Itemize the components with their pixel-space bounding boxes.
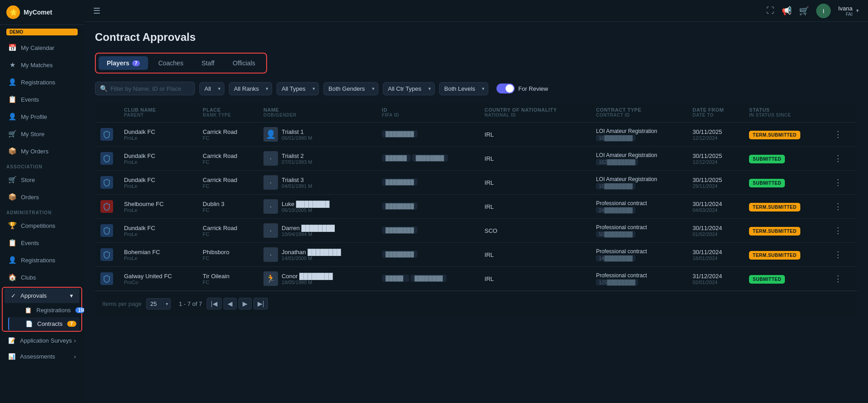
menu-icon[interactable]: ☰ [93,6,100,16]
sidebar-item-competitions[interactable]: 🏆 Competitions [2,217,82,234]
tab-players[interactable]: Players 7 [99,56,148,70]
row-more-button[interactable]: ⋮ [832,152,844,165]
place-type-text: FC [203,256,253,261]
level-select[interactable]: Both Levels [439,82,488,95]
sidebar-sub-registrations[interactable]: 📋 Registrations 1568 [8,304,79,317]
for-review-switch[interactable] [496,84,515,93]
per-page-select[interactable]: 25 50 100 [146,298,171,310]
tab-officials[interactable]: Officials [224,56,263,70]
approvals-chevron: ▾ [70,292,73,299]
sidebar-item-my-store[interactable]: 🛒 My Store [2,126,82,142]
id-cell: ████████ [377,123,479,147]
player-cell: · Luke ████████ 06/10/2005 M [258,195,377,219]
player-id: ████████ [382,130,417,138]
place-cell: Carrick Road FC [197,123,258,147]
next-page-button[interactable]: ▶ [238,298,252,310]
col-club-sub: Parent [124,113,192,118]
tab-coaches[interactable]: Coaches [150,56,191,70]
row-more-button[interactable]: ⋮ [832,176,844,189]
contract-type-cell: Professional contract 50████████ [590,219,687,243]
sidebar-item-label: My Store [21,131,45,138]
gender-select[interactable]: Both Genders [323,82,378,95]
sidebar-item-store[interactable]: 🛒 Store [2,172,82,188]
approvals-icon: ✓ [11,292,16,299]
events-admin-icon: 📋 [8,239,16,247]
club-parent-text: ProLe [124,207,192,213]
row-more-button[interactable]: ⋮ [832,128,844,141]
sidebar-item-my-profile[interactable]: 👤 My Profile [2,108,82,125]
player-name-text: Darren ████████ [282,225,335,231]
contract-icon: 📄 [25,320,33,327]
player-id: ████████ [382,178,417,186]
club-parent-text: ProLe [124,183,192,189]
main-area: ☰ ⛶ 📢 🛒 I Ivana FAI ▾ Contract Approvals… [84,0,868,403]
sidebar-item-application-surveys[interactable]: 📝 Application Surveys › [2,333,82,348]
trophy-icon: 🏆 [8,221,16,230]
expand-icon[interactable]: ⛶ [766,6,774,15]
type-select[interactable]: All Types [277,82,319,95]
table-row: Shelbourne FC ProLe Dublin 3 FC · Luke █… [95,195,857,219]
place-text: Dublin 3 [203,201,253,207]
app-name: MyComet [24,9,52,16]
player-dob-text: 06/10/2005 M [282,207,330,213]
sidebar-item-my-orders[interactable]: 📦 My Orders [2,143,82,159]
sidebar-item-events[interactable]: 📋 Events [2,91,82,108]
sidebar-item-clubs[interactable]: 🏠 Clubs [2,269,82,285]
row-icon-cell [95,243,119,267]
megaphone-icon[interactable]: 📢 [782,6,792,16]
id-cell: ████████ [377,243,479,267]
last-page-button[interactable]: ▶| [253,298,268,310]
scope-select[interactable]: All [199,82,224,95]
ctr-types-filter-wrap: All Ctr Types [383,82,435,95]
contract-type-text: Professional contract [596,224,682,231]
sidebar-item-registrations-top[interactable]: 👤 Registrations [2,74,82,90]
sidebar-sub-contracts[interactable]: 📄 Contracts 7 [8,317,79,330]
country-cell: IRL [479,123,590,147]
country-cell: IRL [479,243,590,267]
contract-type-cell: LOI Amateur Registration 16████████ [590,171,687,195]
prev-page-button[interactable]: ◀ [223,298,237,310]
first-page-button[interactable]: |◀ [207,298,222,310]
sidebar-item-events-admin[interactable]: 📋 Events [2,235,82,251]
row-more-button[interactable]: ⋮ [832,272,844,285]
contract-id-text: 162████████ [596,159,638,165]
place-type-text: FC [203,207,253,213]
player-avatar-img: · [263,151,278,166]
player-name-text: Conor ████████ [282,273,333,280]
rank-select[interactable]: All Ranks [229,82,272,95]
row-more-button[interactable]: ⋮ [832,248,844,261]
sidebar-item-assessments[interactable]: 📊 Assessments › [2,349,82,364]
row-more-button[interactable]: ⋮ [832,224,844,237]
col-ct-main: Contract type [596,107,641,113]
cart-topbar-icon[interactable]: 🛒 [799,6,809,16]
contract-type-cell: LOI Amateur Registration 16████████ [590,123,687,147]
row-more-button[interactable]: ⋮ [832,200,844,213]
col-club-main: Club name [124,107,156,113]
player-dob-text: 14/01/2000 M [282,256,341,261]
country-cell: IRL [479,147,590,171]
player-avatar-img: · [263,247,278,262]
scope-filter-wrap: All [199,82,224,95]
sidebar-item-registrations-admin[interactable]: 👤 Registrations [2,252,82,268]
player-info: · Trialist 2 07/01/1993 M [263,151,371,166]
club-logo-icon [100,176,113,189]
topbar-right: ⛶ 📢 🛒 I Ivana FAI ▾ [766,4,859,18]
sidebar-item-my-calendar[interactable]: 📅 My Calendar [2,39,82,56]
approvals-expandable[interactable]: ✓ Approvals ▾ [5,288,79,303]
assessments-arrow: › [74,353,76,360]
date-from-text: 31/12/2024 [693,273,739,280]
club-name-cell: Dundalk FC ProLe [119,147,197,171]
player-name-text: Trialist 2 [282,152,312,159]
table-row: Dundalk FC ProLe Carrick Road FC · Darre… [95,219,857,243]
pagination-nav: |◀ ◀ ▶ ▶| [207,298,268,310]
sidebar-item-my-matches[interactable]: ★ My Matches [2,57,82,73]
contract-type-text: Professional contract [596,272,682,279]
place-type-text: FC [203,183,253,189]
tab-players-badge: 7 [132,60,140,66]
search-input[interactable] [110,85,183,92]
topbar-user[interactable]: Ivana FAI ▾ [838,5,859,17]
status-badge: SUBMITTED [749,155,785,163]
tab-staff[interactable]: Staff [193,56,223,70]
ctr-types-select[interactable]: All Ctr Types [383,82,435,95]
sidebar-item-orders[interactable]: 📦 Orders [2,189,82,205]
